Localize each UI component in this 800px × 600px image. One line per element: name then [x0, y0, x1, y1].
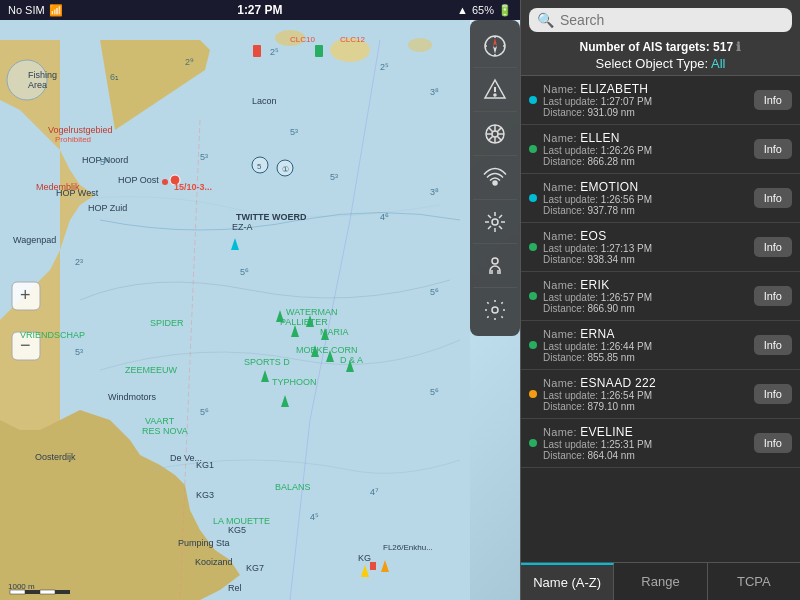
target-info-0: Name: ELIZABETH Last update: 1:27:07 PM … — [543, 82, 748, 118]
compass-btn[interactable] — [473, 24, 517, 68]
target-distance-7: Distance: 864.04 nm — [543, 450, 748, 461]
target-dot-2 — [529, 194, 537, 202]
toolbar — [470, 20, 520, 336]
svg-line-77 — [489, 136, 493, 140]
target-update-1: Last update: 1:26:26 PM — [543, 145, 748, 156]
svg-point-69 — [492, 131, 498, 137]
map-area[interactable]: No SIM 📶 1:27 PM ▲ 65% 🔋 — [0, 0, 520, 600]
target-item-2: Name: EMOTION Last update: 1:26:56 PM Di… — [521, 174, 800, 223]
status-right: ▲ 65% 🔋 — [457, 4, 512, 17]
svg-point-79 — [492, 219, 498, 225]
target-dot-0 — [529, 96, 537, 104]
target-item-0: Name: ELIZABETH Last update: 1:27:07 PM … — [521, 76, 800, 125]
app: No SIM 📶 1:27 PM ▲ 65% 🔋 — [0, 0, 800, 600]
info-btn-6[interactable]: Info — [754, 384, 792, 404]
target-item-3: Name: EOS Last update: 1:27:13 PM Distan… — [521, 223, 800, 272]
map-background — [0, 0, 520, 600]
target-distance-0: Distance: 931.09 nm — [543, 107, 748, 118]
settings-btn[interactable] — [473, 288, 517, 332]
status-bar: No SIM 📶 1:27 PM ▲ 65% 🔋 — [0, 0, 520, 20]
target-distance-3: Distance: 938.34 nm — [543, 254, 748, 265]
target-distance-4: Distance: 866.90 nm — [543, 303, 748, 314]
warning-btn[interactable] — [473, 68, 517, 112]
target-list[interactable]: Name: ELIZABETH Last update: 1:27:07 PM … — [521, 76, 800, 562]
target-distance-1: Distance: 866.28 nm — [543, 156, 748, 167]
svg-point-80 — [492, 258, 498, 264]
target-dot-3 — [529, 243, 537, 251]
target-name-2: Name: EMOTION — [543, 180, 748, 194]
target-item-6: Name: ESNAAD 222 Last update: 1:26:54 PM… — [521, 370, 800, 419]
svg-line-74 — [489, 127, 493, 131]
ais-header: Number of AIS targets: 517 ℹ Select Obje… — [521, 36, 800, 76]
battery-icon: 🔋 — [498, 4, 512, 17]
target-update-5: Last update: 1:26:44 PM — [543, 341, 748, 352]
target-update-4: Last update: 1:26:57 PM — [543, 292, 748, 303]
ais-object-type: Select Object Type: All — [529, 56, 792, 71]
target-info-2: Name: EMOTION Last update: 1:26:56 PM Di… — [543, 180, 748, 216]
target-info-1: Name: ELLEN Last update: 1:26:26 PM Dist… — [543, 131, 748, 167]
ais-count-label: Number of AIS targets: 517 ℹ — [529, 40, 792, 54]
target-item-5: Name: ERNA Last update: 1:26:44 PM Dista… — [521, 321, 800, 370]
target-info-3: Name: EOS Last update: 1:27:13 PM Distan… — [543, 229, 748, 265]
search-input[interactable] — [560, 12, 784, 28]
target-info-4: Name: ERIK Last update: 1:26:57 PM Dista… — [543, 278, 748, 314]
svg-marker-61 — [493, 46, 497, 54]
target-update-6: Last update: 1:26:54 PM — [543, 390, 748, 401]
svg-line-76 — [498, 127, 502, 131]
target-name-4: Name: ERIK — [543, 278, 748, 292]
target-dot-5 — [529, 341, 537, 349]
helm-btn[interactable] — [473, 112, 517, 156]
right-panel: 🔍 Number of AIS targets: 517 ℹ Select Ob… — [520, 0, 800, 600]
svg-line-75 — [498, 136, 502, 140]
tab-tcpa[interactable]: TCPA — [708, 563, 800, 600]
target-dot-7 — [529, 439, 537, 447]
info-btn-3[interactable]: Info — [754, 237, 792, 257]
svg-point-67 — [494, 94, 496, 96]
svg-point-83 — [492, 307, 498, 313]
target-item-4: Name: ERIK Last update: 1:26:57 PM Dista… — [521, 272, 800, 321]
target-name-7: Name: EVELINE — [543, 425, 748, 439]
target-name-0: Name: ELIZABETH — [543, 82, 748, 96]
svg-marker-60 — [493, 38, 497, 46]
target-update-7: Last update: 1:25:31 PM — [543, 439, 748, 450]
info-btn-7[interactable]: Info — [754, 433, 792, 453]
target-info-6: Name: ESNAAD 222 Last update: 1:26:54 PM… — [543, 376, 748, 412]
info-btn-0[interactable]: Info — [754, 90, 792, 110]
target-dot-1 — [529, 145, 537, 153]
time-label: 1:27 PM — [237, 3, 282, 17]
search-icon: 🔍 — [537, 12, 554, 28]
wifi-icon: 📶 — [49, 4, 63, 17]
target-name-6: Name: ESNAAD 222 — [543, 376, 748, 390]
signal-btn[interactable] — [473, 156, 517, 200]
target-distance-5: Distance: 855.85 nm — [543, 352, 748, 363]
info-btn-4[interactable]: Info — [754, 286, 792, 306]
target-distance-2: Distance: 937.78 nm — [543, 205, 748, 216]
target-info-5: Name: ERNA Last update: 1:26:44 PM Dista… — [543, 327, 748, 363]
svg-point-78 — [493, 181, 497, 185]
info-btn-1[interactable]: Info — [754, 139, 792, 159]
target-name-3: Name: EOS — [543, 229, 748, 243]
target-distance-6: Distance: 879.10 nm — [543, 401, 748, 412]
status-left: No SIM 📶 — [8, 4, 63, 17]
target-item-1: Name: ELLEN Last update: 1:26:26 PM Dist… — [521, 125, 800, 174]
carrier-label: No SIM — [8, 4, 45, 16]
target-info-7: Name: EVELINE Last update: 1:25:31 PM Di… — [543, 425, 748, 461]
target-update-3: Last update: 1:27:13 PM — [543, 243, 748, 254]
target-name-5: Name: ERNA — [543, 327, 748, 341]
target-update-0: Last update: 1:27:07 PM — [543, 96, 748, 107]
search-bar: 🔍 — [521, 0, 800, 36]
tab-name[interactable]: Name (A-Z) — [521, 563, 614, 600]
info-btn-5[interactable]: Info — [754, 335, 792, 355]
signal-icon: ▲ — [457, 4, 468, 16]
search-input-wrap[interactable]: 🔍 — [529, 8, 792, 32]
ais-btn[interactable] — [473, 200, 517, 244]
target-update-2: Last update: 1:26:56 PM — [543, 194, 748, 205]
target-name-1: Name: ELLEN — [543, 131, 748, 145]
tab-range[interactable]: Range — [614, 563, 707, 600]
info-icon-small[interactable]: ℹ — [736, 40, 741, 54]
target-dot-4 — [529, 292, 537, 300]
info-btn-2[interactable]: Info — [754, 188, 792, 208]
battery-label: 65% — [472, 4, 494, 16]
target-item-7: Name: EVELINE Last update: 1:25:31 PM Di… — [521, 419, 800, 468]
person-btn[interactable] — [473, 244, 517, 288]
